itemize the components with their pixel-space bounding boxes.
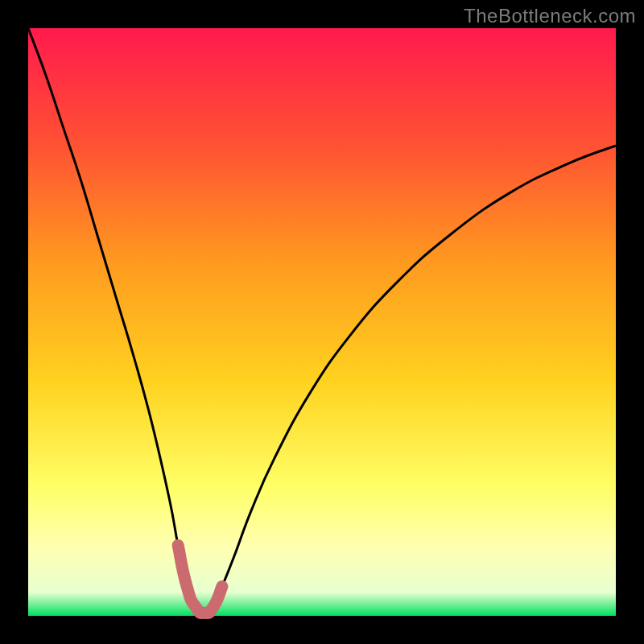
watermark-text: TheBottleneck.com [464,5,636,27]
trough-highlight [178,545,222,613]
chart-frame: TheBottleneck.com [0,0,644,644]
curve-layer [28,28,616,616]
bottleneck-curve [28,28,616,613]
